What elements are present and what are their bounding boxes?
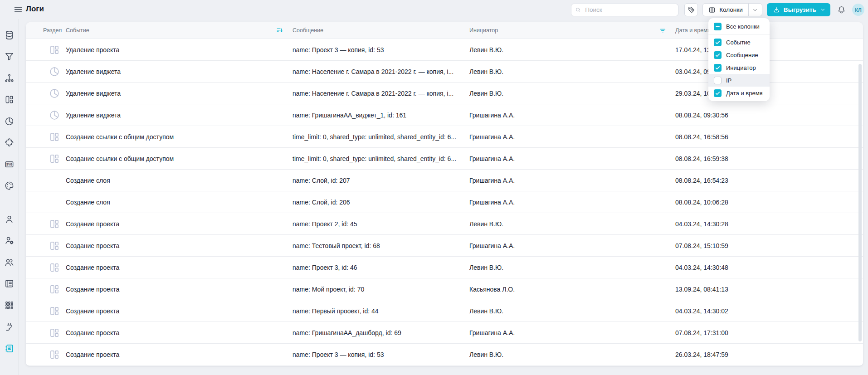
- event-cell: Создание проекта: [66, 220, 127, 228]
- chevron-down-icon: [820, 7, 826, 13]
- search-input[interactable]: [571, 4, 678, 16]
- columns-split-button: Колонки: [702, 3, 762, 16]
- sidebar-item-user[interactable]: [0, 213, 18, 225]
- table-row[interactable]: Создание слоя name: Слой, id: 206 Гришаг…: [26, 191, 863, 213]
- sidebar-nav: SVG: [0, 19, 18, 355]
- event-cell: Создание слоя: [66, 177, 118, 184]
- event-cell: Удаление виджета: [66, 112, 129, 119]
- table-row[interactable]: Создание проекта name: Проект 3, id: 46 …: [26, 257, 863, 278]
- pie-chart-icon: [49, 88, 60, 99]
- vertical-scrollbar[interactable]: [858, 64, 862, 341]
- dropdown-item-all-columns[interactable]: Все колонки: [708, 20, 770, 33]
- message-checkbox[interactable]: [714, 51, 722, 59]
- pie-chart-icon: [4, 116, 15, 127]
- table-row[interactable]: Создание проекта name: Мой проект, id: 7…: [26, 278, 863, 300]
- tags-button[interactable]: [684, 3, 698, 16]
- notifications-button[interactable]: [836, 5, 846, 15]
- initiator-cell: Левин В.Ю.: [469, 307, 512, 315]
- columns-dropdown-toggle[interactable]: [748, 4, 762, 16]
- datetime-cell: 04.03.24, 14:30:28: [675, 220, 736, 228]
- event-cell: Создание проекта: [66, 351, 127, 358]
- sidebar-item-palette[interactable]: [0, 180, 18, 192]
- filter-icon: [4, 51, 15, 62]
- user-icon: [4, 214, 15, 224]
- event-cell: Создание слоя: [66, 199, 118, 206]
- table-row[interactable]: Создание проекта name: Тестовый проект, …: [26, 235, 863, 257]
- database-icon: [4, 30, 15, 40]
- sidebar-item-plug[interactable]: [0, 321, 18, 333]
- sidebar-item-users[interactable]: [0, 256, 18, 268]
- dropdown-item-message[interactable]: Сообщение: [708, 49, 770, 61]
- sidebar-item-pie-chart[interactable]: [0, 115, 18, 127]
- initiator-cell: Левин В.Ю.: [469, 68, 512, 75]
- event-checkbox[interactable]: [714, 39, 722, 46]
- event-cell: Создание проекта: [66, 329, 127, 336]
- apps-icon: [4, 300, 15, 311]
- export-button[interactable]: Выгрузить: [767, 3, 830, 16]
- sidebar-item-logs[interactable]: [0, 342, 18, 355]
- dropdown-item-initiator[interactable]: Инициатор: [708, 61, 770, 74]
- column-header-section: Раздел: [43, 27, 66, 34]
- sidebar-item-svg[interactable]: SVG: [0, 158, 18, 170]
- svg-text:SVG: SVG: [6, 163, 12, 166]
- dropdown-item-event[interactable]: Событие: [708, 36, 770, 49]
- initiator-cell: Гришагина А.А.: [469, 199, 523, 206]
- sidebar-item-hierarchy[interactable]: [0, 72, 18, 84]
- dropdown-item-ip[interactable]: IP: [708, 74, 770, 87]
- sidebar-item-puzzle[interactable]: [0, 136, 18, 149]
- initiator-cell: Левин В.Ю.: [469, 46, 512, 54]
- sidebar-item-database[interactable]: [0, 29, 18, 41]
- menu-button[interactable]: [12, 4, 24, 15]
- chevron-down-icon: [752, 7, 758, 13]
- pie-chart-icon: [49, 109, 60, 121]
- table-row[interactable]: Создание слоя name: Слой, id: 207 Гришаг…: [26, 170, 863, 191]
- dropdown-item-datetime[interactable]: Дата и время: [708, 87, 770, 99]
- message-cell: name: Проект 3 — копия, id: 53: [293, 351, 392, 358]
- sidebar-item-dashboard[interactable]: [0, 93, 18, 106]
- columns-icon: [708, 6, 716, 14]
- dashboard-icon: [49, 153, 60, 165]
- table-row[interactable]: Создание проекта name: Проект 3 — копия,…: [26, 344, 863, 365]
- svg-icon: SVG: [4, 159, 15, 170]
- dashboard-icon: [4, 94, 15, 105]
- dashboard-icon: [49, 283, 60, 295]
- message-cell: name: Население г. Самара в 2021-2022 г.…: [293, 90, 462, 97]
- bell-icon: [837, 5, 846, 15]
- topbar-controls: Колонки Выгрузить КЛ: [571, 3, 864, 16]
- table-row[interactable]: Создание ссылки с общим доступом time_li…: [26, 126, 863, 148]
- sidebar-item-user-settings[interactable]: [0, 234, 18, 247]
- initiator-cell: Касьянова Л.О.: [469, 286, 523, 293]
- initiator-cell: Гришагина А.А.: [469, 177, 523, 184]
- table-row[interactable]: Создание проекта name: Первый прооект, i…: [26, 300, 863, 322]
- dashboard-icon: [49, 305, 60, 317]
- ip-checkbox[interactable]: [714, 77, 722, 84]
- filter-icon[interactable]: [659, 27, 666, 34]
- message-cell: name: Мой проект, id: 70: [293, 286, 372, 293]
- table-row[interactable]: Создание проекта name: Проект 2, id: 45 …: [26, 213, 863, 235]
- initiator-cell: Гришагина А.А.: [469, 155, 523, 162]
- columns-button-label: Колонки: [719, 6, 743, 13]
- message-cell: name: Первый прооект, id: 44: [293, 307, 387, 315]
- datetime-checkbox[interactable]: [714, 89, 722, 97]
- table-row[interactable]: Удаление виджета name: ГришагинаАА_видже…: [26, 104, 863, 126]
- puzzle-icon: [4, 137, 15, 148]
- dashboard-icon: [49, 131, 60, 143]
- message-cell: name: Тестовый проект, id: 68: [293, 242, 388, 249]
- all-columns-checkbox[interactable]: [714, 23, 722, 30]
- dashboard-icon: [49, 262, 60, 273]
- columns-button[interactable]: Колонки: [703, 4, 748, 16]
- dashboard-icon: [49, 218, 60, 230]
- table-row[interactable]: Создание проекта name: ГришагинаАА_дашбо…: [26, 322, 863, 344]
- sidebar-item-apps[interactable]: [0, 299, 18, 312]
- download-icon: [773, 6, 780, 14]
- sidebar-item-news[interactable]: [0, 278, 18, 290]
- sidebar-item-filter[interactable]: [0, 50, 18, 63]
- hamburger-icon: [13, 5, 23, 15]
- initiator-checkbox[interactable]: [714, 64, 722, 72]
- sort-icon[interactable]: [276, 27, 283, 34]
- table-row[interactable]: Создание ссылки с общим доступом time_li…: [26, 148, 863, 170]
- avatar[interactable]: КЛ: [852, 4, 864, 16]
- columns-dropdown-menu: Все колонки Событие Сообщение Инициатор …: [708, 18, 770, 101]
- hierarchy-icon: [4, 73, 15, 83]
- datetime-cell: 04.03.24, 14:30:02: [675, 307, 736, 315]
